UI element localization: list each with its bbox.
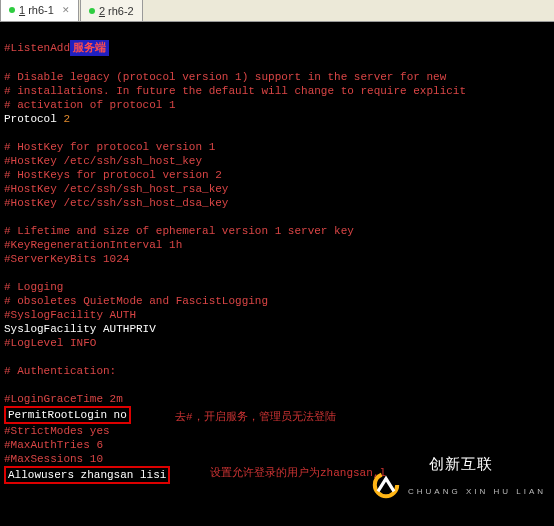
status-dot-icon — [9, 7, 15, 13]
tab-bar: 1 rh6-1 ✕ 2 rh6-2 — [0, 0, 554, 22]
brand-name-pinyin: CHUANG XIN HU LIAN — [408, 485, 546, 499]
config-comment: #StrictModes yes — [4, 425, 110, 437]
annotation-text: 去#，开启服务，管理员无法登陆 — [175, 410, 336, 424]
tab-number: 2 — [99, 5, 105, 17]
terminal-output: #ListenAdd服务端 # Disable legacy (protocol… — [0, 22, 554, 526]
config-comment: #KeyRegenerationInterval 1h — [4, 239, 182, 251]
config-comment: # Lifetime and size of ephemeral version… — [4, 225, 354, 237]
config-comment: # obsoletes QuietMode and FascistLogging — [4, 295, 268, 307]
config-comment: # Authentication: — [4, 365, 116, 377]
header-badge: 服务端 — [70, 40, 109, 56]
config-comment: #MaxAuthTries 6 — [4, 439, 103, 451]
config-comment: # Logging — [4, 281, 63, 293]
highlight-allowusers: Allowusers zhangsan lisi — [4, 466, 170, 484]
config-line: SyslogFacility AUTHPRIV — [4, 323, 156, 335]
config-comment: # activation of protocol 1 — [4, 99, 176, 111]
annotation-text: 设置允许登录的用户为zhangsan,l — [210, 466, 386, 480]
config-comment: # HostKeys for protocol version 2 — [4, 169, 222, 181]
tab-rh6-2[interactable]: 2 rh6-2 — [80, 0, 143, 21]
config-comment: #LoginGraceTime 2m — [4, 393, 123, 405]
brand-name-cn: 创新互联 — [429, 455, 493, 472]
tab-rh6-1[interactable]: 1 rh6-1 ✕ — [0, 0, 79, 21]
config-comment: # installations. In future the default w… — [4, 85, 466, 97]
brand-logo: 创新互联 CHUANG XIN HU LIAN — [370, 443, 546, 526]
config-line: PermitRootLogin no — [8, 409, 127, 421]
tab-label: rh6-2 — [108, 5, 134, 17]
config-key: Protocol — [4, 113, 63, 125]
config-comment: #HostKey /etc/ssh/ssh_host_key — [4, 155, 202, 167]
config-comment: #MaxSessions 10 — [4, 453, 103, 465]
config-comment: #ServerKeyBits 1024 — [4, 253, 129, 265]
config-comment: #HostKey /etc/ssh/ssh_host_dsa_key — [4, 197, 228, 209]
config-comment: #ListenAdd — [4, 42, 70, 54]
highlight-permitrootlogin: PermitRootLogin no — [4, 406, 131, 424]
status-dot-icon — [89, 8, 95, 14]
close-icon[interactable]: ✕ — [62, 5, 70, 15]
tab-label: rh6-1 — [28, 4, 54, 16]
config-comment: # HostKey for protocol version 1 — [4, 141, 215, 153]
config-comment: #HostKey /etc/ssh/ssh_host_rsa_key — [4, 183, 228, 195]
logo-icon — [370, 469, 402, 501]
config-comment: #LogLevel INFO — [4, 337, 96, 349]
config-comment: #SyslogFacility AUTH — [4, 309, 136, 321]
config-line: Allowusers zhangsan lisi — [8, 469, 166, 481]
tab-number: 1 — [19, 4, 25, 16]
config-value: 2 — [63, 113, 70, 125]
config-comment: # Disable legacy (protocol version 1) su… — [4, 71, 446, 83]
